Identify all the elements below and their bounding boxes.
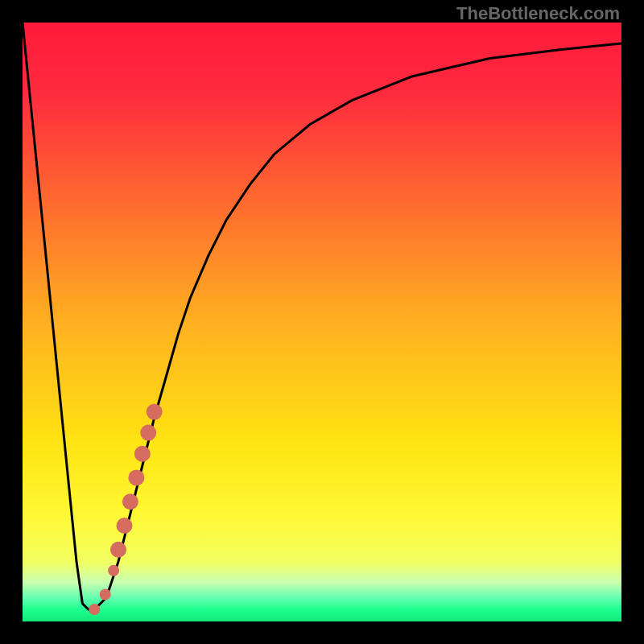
- data-marker: [89, 604, 100, 615]
- data-marker: [100, 589, 111, 601]
- plot-area: [23, 23, 621, 621]
- data-marker: [134, 446, 151, 462]
- bottleneck-curve: [23, 23, 621, 621]
- data-marker: [110, 542, 126, 558]
- data-marker: [128, 469, 144, 485]
- data-marker: [117, 518, 133, 534]
- data-marker: [122, 493, 138, 510]
- attribution-text: TheBottleneck.com: [456, 3, 620, 24]
- chart-frame: TheBottleneck.com: [0, 0, 644, 644]
- data-marker: [140, 425, 156, 441]
- data-marker: [147, 404, 163, 420]
- data-marker: [108, 565, 119, 576]
